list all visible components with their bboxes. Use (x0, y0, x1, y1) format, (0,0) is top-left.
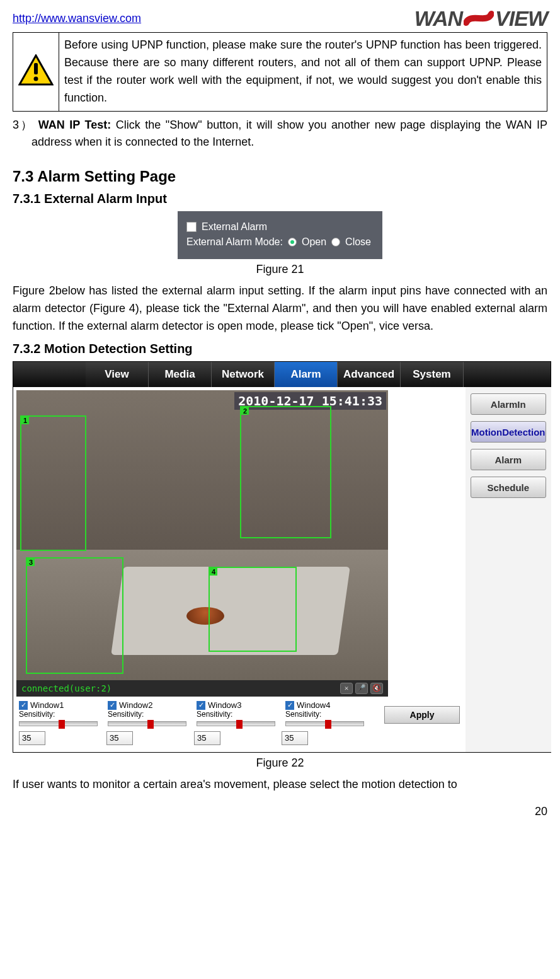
trailing-paragraph: If user wants to monitor a certain area'… (13, 776, 547, 794)
zone-2-num: 2 (241, 407, 249, 415)
tab-alarm[interactable]: Alarm (275, 362, 338, 387)
window4-value[interactable]: 35 (282, 731, 308, 745)
window1-sens-label: Sensitivity: (19, 710, 98, 719)
svg-rect-1 (34, 63, 38, 74)
window3-label: Window3 (208, 700, 241, 710)
connection-status: connected(user:2) (21, 683, 111, 693)
tab-media[interactable]: Media (149, 362, 212, 387)
radio-close-label: Close (345, 236, 371, 248)
window3-checkbox[interactable] (197, 701, 205, 710)
side-alarmin[interactable]: AlarmIn (471, 393, 546, 415)
heading-7-3-1: 7.3.1 External Alarm Input (13, 192, 547, 206)
warning-box: Before using UPNP function, please make … (13, 32, 547, 112)
window2-block: Window2 Sensitivity: (108, 700, 186, 729)
alarm-side-nav: AlarmIn MotionDetection Alarm Schedule (466, 387, 551, 752)
zone-3-num: 3 (27, 559, 35, 566)
heading-7-3: 7.3 Alarm Setting Page (13, 168, 547, 185)
window1-checkbox[interactable] (19, 701, 28, 710)
wan-ip-test-item: 3） WAN IP Test: Click the "Show" button,… (13, 117, 547, 152)
heading-7-3-2: 7.3.2 Motion Detection Setting (13, 342, 547, 356)
speaker-mute-icon[interactable]: 🔇 (370, 683, 383, 694)
motion-detection-panel: View Media Network Alarm Advanced System… (13, 361, 551, 753)
window4-checkbox[interactable] (285, 701, 294, 710)
page-number: 20 (13, 805, 547, 818)
logo-s-icon (464, 8, 494, 30)
item3-num: 3） (13, 119, 33, 131)
tab-view[interactable]: View (86, 362, 149, 387)
window3-value[interactable]: 35 (194, 731, 220, 745)
warning-icon (18, 54, 54, 86)
window1-slider[interactable] (19, 721, 98, 726)
external-alarm-mode-label: External Alarm Mode: (186, 236, 283, 248)
figure-22-caption: Figure 22 (13, 756, 547, 770)
window2-label: Window2 (119, 700, 152, 710)
para-7-3-1: Figure 2below has listed the external al… (13, 282, 547, 335)
window4-slider[interactable] (285, 721, 364, 726)
header-url-link[interactable]: http://www.wansview.com (13, 12, 141, 25)
tools-icon[interactable]: ✕ (340, 683, 353, 694)
svg-point-2 (34, 77, 38, 81)
logo-pre: WAN (414, 6, 462, 31)
zone-4[interactable]: 4 (209, 567, 297, 652)
warning-text: Before using UPNP function, please make … (59, 33, 547, 112)
window3-sens-label: Sensitivity: (197, 710, 275, 719)
external-alarm-label: External Alarm (202, 221, 267, 233)
window3-slider[interactable] (197, 721, 275, 726)
tab-advanced[interactable]: Advanced (338, 362, 401, 387)
apply-button[interactable]: Apply (384, 706, 460, 724)
logo-post: VIEW (495, 6, 547, 31)
window1-label: Window1 (30, 700, 64, 710)
external-alarm-panel: External Alarm External Alarm Mode: Open… (178, 211, 382, 259)
window4-sens-label: Sensitivity: (285, 710, 364, 719)
side-motiondetection[interactable]: MotionDetection (471, 421, 546, 443)
window4-label: Window4 (297, 700, 330, 710)
mic-icon[interactable]: 🎤 (355, 683, 368, 694)
window4-block: Window4 Sensitivity: (285, 700, 364, 729)
camera-video-view[interactable]: 2010-12-17 15:41:33 1 2 3 4 (16, 390, 388, 680)
radio-close[interactable] (331, 238, 340, 246)
window2-sens-label: Sensitivity: (108, 710, 186, 719)
wansview-logo: WAN VIEW (414, 6, 547, 31)
window1-block: Window1 Sensitivity: (19, 700, 98, 729)
radio-open-label: Open (302, 236, 326, 248)
item3-bold: WAN IP Test: (38, 119, 111, 131)
side-schedule[interactable]: Schedule (471, 477, 546, 498)
top-tab-bar: View Media Network Alarm Advanced System (13, 362, 551, 387)
window2-checkbox[interactable] (108, 701, 117, 710)
tab-network[interactable]: Network (212, 362, 275, 387)
zone-1-num: 1 (21, 417, 29, 424)
side-alarm[interactable]: Alarm (471, 449, 546, 470)
zone-1[interactable]: 1 (20, 415, 86, 551)
tab-system[interactable]: System (401, 362, 464, 387)
window1-value[interactable]: 35 (19, 731, 45, 745)
radio-open[interactable] (288, 238, 297, 246)
zone-2[interactable]: 2 (240, 406, 331, 538)
window2-value[interactable]: 35 (106, 731, 133, 745)
window3-block: Window3 Sensitivity: (197, 700, 275, 729)
external-alarm-checkbox[interactable] (186, 222, 197, 232)
window2-slider[interactable] (108, 721, 186, 726)
zone-4-num: 4 (210, 568, 217, 576)
zone-3[interactable]: 3 (26, 557, 123, 674)
figure-21-caption: Figure 21 (13, 263, 547, 276)
